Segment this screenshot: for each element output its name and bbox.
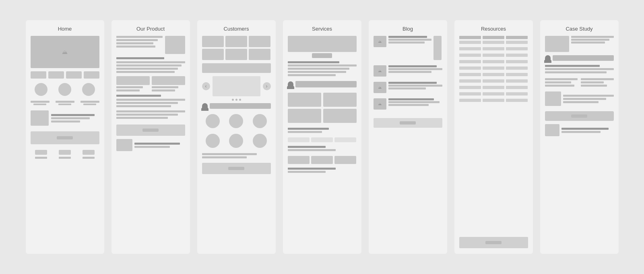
cust-cta-bar[interactable] (202, 163, 271, 174)
op-box1 (116, 76, 150, 85)
res-r3c3 (506, 54, 528, 57)
res-r8c3 (506, 86, 528, 89)
customers-carousel: ‹ › (202, 76, 271, 96)
srv-wb1 (288, 137, 310, 142)
blog-item-4 (374, 98, 442, 110)
res-cta-bar[interactable] (459, 237, 528, 248)
op-cta-btn[interactable] (142, 129, 159, 132)
op-l3 (116, 68, 178, 70)
resources-card: Resources (454, 20, 533, 254)
carousel-prev-btn[interactable]: ‹ (202, 82, 210, 90)
res-r5c2 (483, 66, 504, 70)
cust-logo3 (249, 36, 270, 47)
res-row2 (459, 47, 528, 50)
cs-bl2 (561, 131, 601, 133)
home-line1 (51, 114, 95, 116)
op-bline1 (116, 86, 143, 88)
res-row5 (459, 66, 528, 70)
cs-ml3 (563, 101, 599, 103)
services-title: Services (288, 26, 357, 32)
op-l5 (116, 99, 185, 101)
res-r4c2 (483, 60, 504, 63)
cs-ml1 (563, 95, 614, 97)
cust-circle2 (229, 114, 243, 128)
srv-line2 (288, 64, 357, 66)
resources-title: Resources (459, 26, 528, 32)
cust-logo1 (202, 36, 224, 47)
res-row7 (459, 79, 528, 83)
cust-circle6 (253, 134, 267, 148)
op-bline3 (152, 86, 178, 88)
cs-hl1 (571, 36, 614, 38)
home-card: Home (26, 20, 104, 254)
op-l6 (116, 102, 178, 104)
cs-hero-img (545, 36, 569, 52)
cs-highlight-bar[interactable] (545, 111, 614, 121)
res-r6c1 (459, 73, 481, 76)
cs-bottom-block (545, 124, 614, 136)
cs-2col-lines (545, 78, 614, 87)
home-thumb (31, 110, 49, 126)
srv-t2 (323, 93, 357, 107)
res-row1 (459, 41, 528, 44)
cust-circle1 (206, 114, 220, 128)
home-footer-1 (35, 150, 47, 155)
cs-l1 (545, 65, 600, 67)
srv-hero (288, 36, 357, 58)
srv-bottom-lines (288, 146, 357, 151)
cust-circle3 (253, 114, 267, 128)
blog-sidebar-1 (433, 36, 442, 60)
home-circle-2 (58, 83, 71, 96)
home-circles-row (31, 83, 99, 96)
res-cta-btn[interactable] (485, 241, 502, 244)
srv-ll1 (288, 168, 336, 170)
res-r10c1 (459, 99, 481, 102)
op-lines-block (116, 61, 185, 73)
blog-title: Blog (374, 26, 442, 32)
res-row3 (459, 54, 528, 57)
home-cta-btn[interactable] (57, 136, 73, 139)
cs-bl1 (561, 128, 609, 130)
customers-card: Customers ‹ › (197, 20, 276, 254)
home-cta-bar[interactable] (31, 131, 99, 144)
home-footer-2 (59, 150, 71, 155)
blog-img-1 (374, 36, 386, 47)
res-r2c1 (459, 47, 481, 50)
blog-page-btn[interactable] (400, 121, 416, 125)
op-header (116, 36, 185, 54)
home-cl1-line1 (31, 101, 50, 103)
cs-hl3 (571, 42, 605, 44)
op-l1 (116, 61, 185, 63)
op-h-line4 (116, 46, 156, 48)
cs-hl2 (571, 39, 609, 41)
res-r1c3 (506, 41, 528, 44)
home-footer-3 (83, 150, 95, 155)
srv-hero-btn[interactable] (312, 53, 332, 58)
op-cta-bar[interactable] (116, 125, 185, 136)
bi2-l3 (388, 71, 431, 73)
services-card: Services (283, 20, 361, 254)
home-cl2-line2 (58, 104, 72, 105)
res-table-header (459, 36, 528, 39)
srv-wb3 (334, 137, 356, 142)
op-heading2 (116, 95, 161, 97)
res-r8c1 (459, 86, 481, 89)
cust-cta-btn[interactable] (228, 167, 244, 170)
cs-highlight-btn[interactable] (571, 114, 587, 118)
op-bline2 (116, 89, 140, 91)
cs-l2 (545, 68, 614, 70)
cs-c1l1 (545, 78, 578, 80)
op-bottom-block (116, 139, 185, 151)
res-r2c2 (483, 47, 504, 50)
res-r7c3 (506, 79, 528, 83)
carousel-next-btn[interactable]: › (263, 82, 271, 90)
res-r5c3 (506, 66, 528, 70)
srv-bt2 (311, 156, 333, 164)
home-icon-2 (48, 71, 64, 79)
home-circle-labels (31, 101, 99, 105)
op-l10 (116, 117, 168, 119)
op-h-line3 (116, 42, 153, 44)
home-icon-3 (66, 71, 82, 79)
home-content-block (31, 110, 99, 126)
wireframe-container: Home (14, 8, 631, 266)
